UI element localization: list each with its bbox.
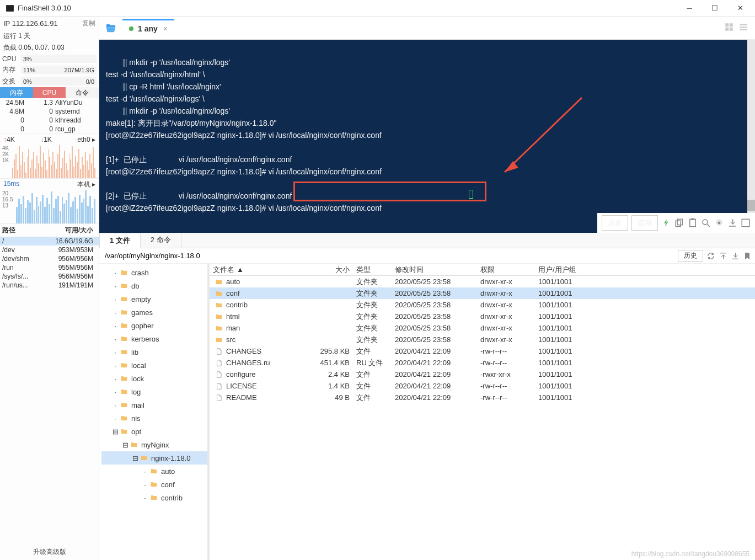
grid-view-icon[interactable] bbox=[724, 22, 734, 34]
disk-hdr-usage: 可用/大小 bbox=[36, 226, 97, 235]
process-row[interactable]: 4.8M0systemd bbox=[0, 107, 99, 116]
tree-node[interactable]: ·games bbox=[101, 306, 207, 319]
disk-row[interactable]: /run955M/956M bbox=[0, 263, 99, 272]
disk-table: 路径可用/大小 /16.6G/19.6G/dev953M/953M/dev/sh… bbox=[0, 223, 99, 290]
upload-icon[interactable] bbox=[719, 252, 727, 260]
path-input[interactable] bbox=[103, 250, 678, 261]
copy-ip-button[interactable]: 复制 bbox=[82, 19, 95, 28]
session-tab[interactable]: 1 any × bbox=[122, 19, 174, 37]
disk-row[interactable]: /dev/shm956M/956M bbox=[0, 254, 99, 263]
tree-node[interactable]: ·gopher bbox=[101, 319, 207, 332]
terminal-options-button[interactable]: 选项 bbox=[631, 215, 658, 231]
process-row[interactable]: 00rcu_gp bbox=[0, 125, 99, 134]
upgrade-link[interactable]: 升级高级版 bbox=[0, 544, 99, 560]
tree-node[interactable]: ·crash bbox=[101, 266, 207, 279]
folder-tree[interactable]: ·crash·db·empty·games·gopher·kerberos·li… bbox=[99, 264, 210, 560]
file-tab-files[interactable]: 1 文件 bbox=[99, 233, 141, 248]
file-row[interactable]: README49 B文件2020/04/21 22:09-rw-r--r--10… bbox=[210, 392, 755, 403]
disk-row[interactable]: /sys/fs/...956M/956M bbox=[0, 272, 99, 281]
folder-icon bbox=[215, 290, 223, 297]
tree-node[interactable]: ·empty bbox=[101, 292, 207, 306]
file-list-header: 文件名 ▲ 大小 类型 修改时间 权限 用户/用户组 bbox=[210, 264, 755, 276]
file-row[interactable]: html文件夹2020/05/25 23:58drwxr-xr-x1001/10… bbox=[210, 311, 755, 322]
col-hdr-type[interactable]: 类型 bbox=[353, 265, 392, 275]
file-row[interactable]: man文件夹2020/05/25 23:58drwxr-xr-x1001/100… bbox=[210, 322, 755, 334]
file-row[interactable]: configure2.4 KB文件2020/04/21 22:09-rwxr-x… bbox=[210, 369, 755, 380]
svg-rect-7 bbox=[740, 26, 747, 28]
svg-rect-3 bbox=[730, 23, 733, 26]
download-file-icon[interactable] bbox=[731, 252, 740, 260]
tree-node[interactable]: ·log bbox=[101, 385, 207, 398]
tree-node[interactable]: ⊟nginx-1.18.0 bbox=[101, 451, 207, 465]
tree-node[interactable]: ·mail bbox=[101, 398, 207, 412]
ping-label[interactable]: 本机 ▸ bbox=[77, 180, 95, 189]
open-folder-button[interactable] bbox=[103, 20, 119, 36]
file-row[interactable]: LICENSE1.4 KB文件2020/04/21 22:09-rw-r--r-… bbox=[210, 380, 755, 392]
tree-node[interactable]: ·kerberos bbox=[101, 332, 207, 345]
svg-rect-4 bbox=[725, 28, 729, 31]
file-row[interactable]: auto文件夹2020/05/25 23:58drwxr-xr-x1001/10… bbox=[210, 276, 755, 287]
close-button[interactable]: ✕ bbox=[727, 0, 753, 17]
process-row[interactable]: 00kthreadd bbox=[0, 116, 99, 125]
svg-rect-8 bbox=[740, 29, 747, 30]
net-chart-yaxis: 4K2K1K bbox=[0, 145, 9, 178]
ping-value: 15ms bbox=[3, 180, 19, 189]
file-tab-commands[interactable]: 2 命令 bbox=[141, 233, 181, 248]
tree-node[interactable]: ·auto bbox=[101, 465, 207, 478]
svg-rect-13 bbox=[690, 219, 696, 227]
tree-node[interactable]: ·local bbox=[101, 359, 207, 372]
svg-rect-20 bbox=[720, 253, 726, 253]
close-tab-button[interactable]: × bbox=[163, 24, 168, 33]
bookmark-icon[interactable] bbox=[743, 252, 752, 260]
file-row[interactable]: CHANGES.ru451.4 KBRU 文件2020/04/21 22:09-… bbox=[210, 357, 755, 369]
download-icon[interactable] bbox=[727, 218, 737, 228]
file-row[interactable]: contrib文件夹2020/05/25 23:58drwxr-xr-x1001… bbox=[210, 299, 755, 311]
tree-node[interactable]: ·nis bbox=[101, 412, 207, 425]
svg-rect-14 bbox=[691, 218, 694, 220]
copy-icon[interactable] bbox=[674, 218, 684, 228]
file-row[interactable]: conf文件夹2020/05/25 23:58drwxr-xr-x1001/10… bbox=[210, 287, 755, 299]
tree-node[interactable]: ⊟opt bbox=[101, 425, 207, 438]
terminal[interactable]: || mkdir -p '/usr/local/nginx/logs' test… bbox=[99, 40, 755, 233]
col-hdr-perm[interactable]: 权限 bbox=[477, 265, 535, 275]
tree-node[interactable]: ·contrib bbox=[101, 491, 207, 504]
col-hdr-name[interactable]: 文件名 ▲ bbox=[210, 265, 309, 275]
quick-connect-icon[interactable] bbox=[661, 218, 671, 228]
gear-icon[interactable] bbox=[714, 218, 724, 228]
net-upload-value: 4K bbox=[7, 136, 15, 143]
refresh-icon[interactable] bbox=[706, 252, 715, 260]
col-hdr-user[interactable]: 用户/用户组 bbox=[535, 265, 590, 275]
proc-tab-cpu[interactable]: CPU bbox=[33, 87, 66, 98]
path-history-button[interactable]: 历史 bbox=[678, 250, 703, 262]
folder-icon bbox=[215, 324, 223, 332]
terminal-scrollbar[interactable] bbox=[747, 40, 755, 213]
fullscreen-icon[interactable] bbox=[741, 218, 751, 228]
titlebar: FinalShell 3.0.10 ─ ☐ ✕ bbox=[0, 0, 755, 17]
terminal-history-button[interactable]: 历史 bbox=[602, 215, 628, 231]
col-hdr-size[interactable]: 大小 bbox=[309, 265, 353, 275]
process-row[interactable]: 24.5M1.3AliYunDu bbox=[0, 98, 99, 107]
tree-node[interactable]: ·lib bbox=[101, 345, 207, 359]
tree-node[interactable]: ·conf bbox=[101, 478, 207, 491]
terminal-toolbar: 历史 选项 bbox=[597, 213, 755, 233]
net-interface[interactable]: eth0 ▸ bbox=[77, 136, 95, 143]
file-row[interactable]: src文件夹2020/05/25 23:58drwxr-xr-x1001/100… bbox=[210, 334, 755, 345]
tree-node[interactable]: ·db bbox=[101, 279, 207, 292]
disk-row[interactable]: /run/us...191M/191M bbox=[0, 281, 99, 290]
disk-row[interactable]: /16.6G/19.6G bbox=[0, 237, 99, 246]
session-tab-label: 1 any bbox=[138, 24, 158, 33]
proc-tab-cmd[interactable]: 命令 bbox=[66, 87, 99, 98]
minimize-button[interactable]: ─ bbox=[677, 0, 702, 17]
list-view-icon[interactable] bbox=[738, 22, 748, 34]
search-icon[interactable] bbox=[701, 218, 711, 228]
file-row[interactable]: CHANGES295.8 KB文件2020/04/21 22:09-rw-r--… bbox=[210, 345, 755, 357]
proc-tab-memory[interactable]: 内存 bbox=[0, 87, 33, 98]
disk-row[interactable]: /dev953M/953M bbox=[0, 246, 99, 254]
file-icon bbox=[215, 394, 223, 402]
col-hdr-time[interactable]: 修改时间 bbox=[392, 265, 477, 275]
tree-node[interactable]: ⊟myNginx bbox=[101, 438, 207, 451]
watermark-text: https://blog.csdn.net/tangdou369098655 bbox=[631, 550, 749, 558]
paste-icon[interactable] bbox=[688, 218, 698, 228]
tree-node[interactable]: ·lock bbox=[101, 372, 207, 385]
maximize-button[interactable]: ☐ bbox=[702, 0, 727, 17]
